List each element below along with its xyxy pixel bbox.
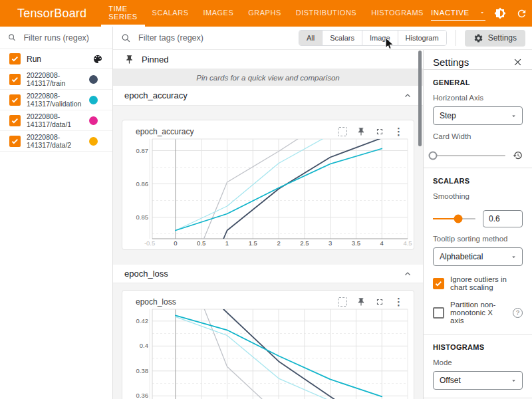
pin-icon[interactable]	[356, 127, 366, 136]
section-header-epoch-loss[interactable]: epoch_loss	[113, 265, 423, 283]
filter-histogram-button[interactable]: Histogram	[398, 31, 446, 45]
filter-scalars-button[interactable]: Scalars	[323, 31, 362, 45]
close-icon[interactable]	[513, 57, 523, 67]
tab-histograms[interactable]: HISTOGRAMS	[364, 0, 431, 27]
pin-icon[interactable]	[356, 297, 366, 307]
settings-panel-title: Settings	[433, 57, 469, 68]
card-width-slider[interactable]	[433, 155, 505, 156]
run-label: 20220808-141317/train	[27, 71, 89, 88]
palette-icon[interactable]	[92, 54, 103, 65]
fullscreen-icon[interactable]	[375, 297, 384, 307]
partition-x-axis-checkbox[interactable]	[433, 307, 444, 319]
histograms-section-heading: HISTOGRAMS	[433, 343, 523, 351]
horizontal-axis-select[interactable]: Step	[433, 106, 523, 125]
pinned-header-row: Pinned	[113, 50, 423, 69]
card-toolbar: ⋮	[338, 126, 404, 138]
chevron-up-icon[interactable]	[404, 92, 412, 100]
card-header: epoch_loss ⋮	[122, 296, 414, 308]
general-section-heading: GENERAL	[433, 78, 523, 86]
run-row-data-1[interactable]: 20220808-141317/data/1	[0, 110, 112, 131]
pin-icon	[124, 55, 134, 65]
runs-filter-row	[0, 27, 112, 49]
run-checkbox[interactable]	[9, 94, 21, 106]
settings-gear-icon	[473, 33, 483, 43]
svg-text:3.5: 3.5	[352, 239, 360, 247]
tags-filter-input[interactable]	[137, 33, 286, 43]
run-row-train[interactable]: 20220808-141317/train	[0, 69, 112, 90]
vertical-scrollbar[interactable]	[418, 51, 422, 146]
histogram-mode-label: Mode	[433, 358, 523, 366]
svg-text:2.5: 2.5	[300, 239, 309, 247]
search-icon	[121, 33, 131, 43]
smoothing-value-input[interactable]	[483, 210, 523, 227]
status-select[interactable]: INACTIVE	[431, 7, 485, 21]
fit-to-data-icon[interactable]	[338, 127, 347, 136]
brightness-icon[interactable]	[494, 7, 507, 20]
run-checkbox[interactable]	[9, 115, 21, 126]
filter-all-button[interactable]: All	[299, 31, 323, 45]
run-label: 20220808-141317/data/1	[27, 112, 89, 129]
help-icon[interactable]: ?	[513, 308, 523, 318]
svg-text:0.86: 0.86	[136, 180, 149, 188]
reset-icon[interactable]	[513, 150, 523, 160]
smoothing-label: Smoothing	[433, 192, 523, 200]
select-all-runs-checkbox[interactable]	[9, 53, 21, 65]
run-row-validation[interactable]: 20220808-141317/validation	[0, 90, 112, 110]
toolbar-divider	[456, 30, 456, 46]
svg-text:-0.5: -0.5	[144, 239, 155, 247]
tab-graphs[interactable]: GRAPHS	[241, 0, 288, 27]
divider	[424, 69, 532, 70]
lower-region: Pinned Pin cards for a quick view and co…	[113, 50, 532, 399]
epoch-loss-chart[interactable]: 0.360.380.40.4200.511.522.533.54-0.54.5	[123, 308, 413, 399]
card-title: epoch_accuracy	[136, 127, 194, 136]
svg-text:0.5: 0.5	[197, 239, 205, 247]
runs-header-label: Run	[27, 55, 92, 64]
tooltip-sorting-select[interactable]: Alphabetical	[433, 247, 523, 266]
pinned-empty-hint: Pin cards for a quick view and compariso…	[113, 69, 423, 86]
tag-type-filter-group: All Scalars Image Histogram	[299, 30, 447, 46]
run-label: 20220808-141317/validation	[27, 92, 89, 108]
svg-text:0.4: 0.4	[140, 342, 148, 349]
histogram-mode-select[interactable]: Offset	[433, 371, 523, 390]
runs-sidebar: Run 20220808-141317/train 20220808-14131…	[0, 27, 113, 399]
scalars-section-heading: SCALARS	[433, 177, 523, 185]
svg-text:1.5: 1.5	[249, 239, 257, 247]
tab-scalars[interactable]: SCALARS	[145, 0, 196, 27]
run-color-dot	[89, 116, 98, 125]
tab-distributions[interactable]: DISTRIBUTIONS	[289, 0, 364, 27]
fit-to-data-icon[interactable]	[338, 297, 347, 307]
main-nav: TIME SERIES SCALARS IMAGES GRAPHS DISTRI…	[101, 0, 431, 27]
smoothing-slider[interactable]	[433, 218, 475, 219]
run-row-data-2[interactable]: 20220808-141317/data/2	[0, 131, 112, 152]
card-title: epoch_loss	[136, 297, 176, 307]
run-color-dot	[89, 96, 98, 104]
svg-text:0.42: 0.42	[136, 317, 149, 325]
settings-button[interactable]: Settings	[465, 30, 525, 47]
more-options-icon[interactable]: ⋮	[394, 296, 404, 308]
cards-scroll-area: Pinned Pin cards for a quick view and co…	[113, 50, 424, 399]
svg-text:0: 0	[174, 239, 177, 247]
run-color-dot	[89, 75, 98, 84]
ignore-outliers-checkbox[interactable]	[433, 278, 444, 289]
caret-down-icon	[510, 112, 517, 120]
run-checkbox[interactable]	[9, 74, 21, 85]
partition-x-axis-row: Partition non-monotonic X axis ?	[433, 301, 523, 325]
tensorboard-app: TensorBoard TIME SERIES SCALARS IMAGES G…	[0, 0, 532, 399]
refresh-icon[interactable]	[515, 7, 528, 20]
chevron-up-icon[interactable]	[404, 270, 412, 278]
run-label: 20220808-141317/data/2	[27, 133, 89, 150]
fullscreen-icon[interactable]	[375, 127, 384, 136]
divider	[424, 334, 532, 334]
ignore-outliers-row: Ignore outliers in chart scaling	[433, 275, 523, 291]
run-checkbox[interactable]	[9, 136, 21, 147]
tab-time-series[interactable]: TIME SERIES	[101, 0, 144, 27]
epoch-accuracy-chart[interactable]: 0.850.860.8700.511.522.533.54-0.54.5	[123, 138, 413, 248]
pinned-title: Pinned	[142, 55, 168, 65]
app-body: Run 20220808-141317/train 20220808-14131…	[0, 27, 532, 399]
tab-images[interactable]: IMAGES	[196, 0, 241, 27]
section-header-epoch-accuracy[interactable]: epoch_accuracy	[113, 86, 423, 106]
caret-down-icon	[510, 253, 517, 261]
more-options-icon[interactable]: ⋮	[394, 126, 404, 138]
runs-filter-input[interactable]	[22, 33, 104, 43]
filter-image-button[interactable]: Image	[362, 31, 398, 45]
